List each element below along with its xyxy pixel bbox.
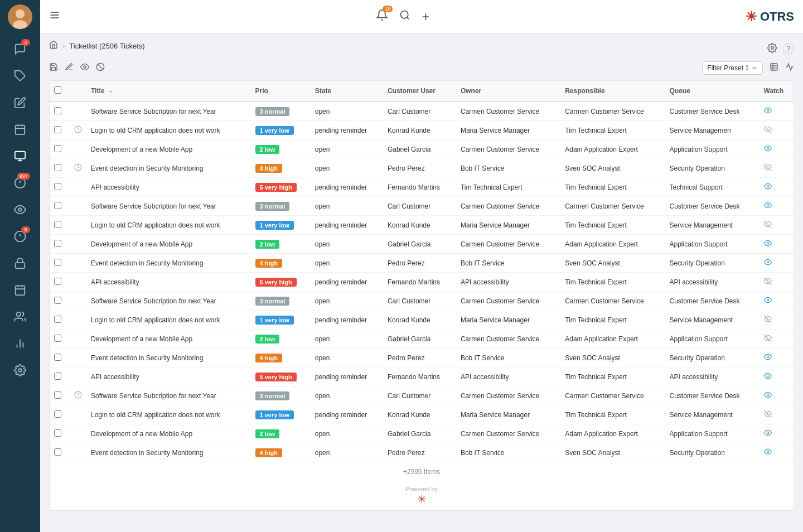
toolbar-view-icon[interactable] bbox=[80, 62, 89, 74]
filter-preset-dropdown[interactable]: Filter Preset 1 bbox=[702, 61, 763, 75]
row-watch[interactable] bbox=[760, 330, 794, 349]
row-checkbox[interactable] bbox=[50, 349, 70, 367]
col-watch[interactable]: Watch bbox=[760, 81, 794, 101]
row-checkbox[interactable] bbox=[50, 330, 70, 349]
row-watch[interactable] bbox=[760, 254, 794, 273]
row-watch[interactable] bbox=[760, 178, 794, 197]
row-checkbox[interactable] bbox=[50, 121, 70, 140]
row-watch[interactable] bbox=[760, 273, 794, 292]
row-title[interactable]: Software Service Subcription for next Ye… bbox=[86, 101, 251, 121]
row-checkbox[interactable] bbox=[50, 140, 70, 159]
hamburger-menu[interactable] bbox=[49, 9, 60, 23]
row-title[interactable]: Login to old CRM application does not wo… bbox=[86, 311, 251, 330]
table-row[interactable]: API accessibility 5 very high pending re… bbox=[50, 178, 794, 197]
row-watch[interactable] bbox=[760, 216, 794, 235]
row-watch[interactable] bbox=[760, 405, 794, 424]
row-title[interactable]: Software Service Subcription for next Ye… bbox=[86, 292, 251, 311]
row-checkbox[interactable] bbox=[50, 197, 70, 216]
table-row[interactable]: Login to old CRM application does not wo… bbox=[50, 405, 794, 424]
table-row[interactable]: Development of a new Mobile App 2 low op… bbox=[50, 424, 794, 443]
sidebar-item-tickets[interactable]: 99+ bbox=[8, 171, 32, 195]
row-checkbox[interactable] bbox=[50, 424, 70, 443]
row-checkbox[interactable] bbox=[50, 235, 70, 254]
row-title[interactable]: Login to old CRM application does not wo… bbox=[86, 405, 251, 424]
col-owner[interactable]: Owner bbox=[456, 81, 560, 101]
row-watch[interactable] bbox=[760, 101, 794, 121]
table-row[interactable]: Login to old CRM application does not wo… bbox=[50, 311, 794, 330]
table-row[interactable]: API accessibility 5 very high pending re… bbox=[50, 273, 794, 292]
row-title[interactable]: API accessibility bbox=[86, 178, 251, 197]
table-row[interactable]: Event detection in Security Monitoring 4… bbox=[50, 159, 794, 178]
sidebar-item-settings[interactable] bbox=[8, 358, 32, 383]
row-checkbox[interactable] bbox=[50, 311, 70, 330]
row-title[interactable]: Login to old CRM application does not wo… bbox=[86, 121, 251, 140]
row-checkbox[interactable] bbox=[50, 101, 70, 121]
select-all-checkbox[interactable] bbox=[54, 86, 61, 94]
sidebar-item-alerts[interactable]: 8 bbox=[8, 224, 32, 249]
col-prio[interactable]: Prio bbox=[251, 81, 311, 101]
row-checkbox[interactable] bbox=[50, 216, 70, 235]
col-queue[interactable]: Queue bbox=[665, 81, 760, 101]
sidebar-item-edit[interactable] bbox=[8, 90, 32, 115]
row-title[interactable]: Event detection in Security Monitoring bbox=[86, 254, 251, 273]
row-title[interactable]: Event detection in Security Monitoring bbox=[86, 349, 251, 367]
sidebar-item-monitor[interactable] bbox=[8, 144, 32, 168]
row-checkbox[interactable] bbox=[50, 254, 70, 273]
row-watch[interactable] bbox=[760, 197, 794, 216]
row-checkbox[interactable] bbox=[50, 292, 70, 311]
row-watch[interactable] bbox=[760, 443, 794, 462]
table-row[interactable]: Software Service Subcription for next Ye… bbox=[50, 101, 794, 121]
row-checkbox[interactable] bbox=[50, 159, 70, 178]
row-title[interactable]: Development of a new Mobile App bbox=[86, 140, 251, 159]
table-row[interactable]: Event detection in Security Monitoring 4… bbox=[50, 443, 794, 462]
row-title[interactable]: Login to old CRM application does not wo… bbox=[86, 216, 251, 235]
row-title[interactable]: Development of a new Mobile App bbox=[86, 424, 251, 443]
row-title[interactable]: Software Service Subcription for next Ye… bbox=[86, 197, 251, 216]
row-checkbox[interactable] bbox=[50, 178, 70, 197]
toolbar-export-icon[interactable] bbox=[770, 62, 778, 74]
home-icon[interactable] bbox=[49, 40, 58, 51]
table-row[interactable]: Login to old CRM application does not wo… bbox=[50, 121, 794, 140]
row-watch[interactable] bbox=[760, 367, 794, 386]
row-title[interactable]: Software Service Subcription for next Ye… bbox=[86, 386, 251, 405]
sidebar-item-calendar[interactable] bbox=[8, 117, 32, 142]
row-watch[interactable] bbox=[760, 349, 794, 367]
toolbar-delete-icon[interactable] bbox=[96, 62, 105, 74]
avatar[interactable] bbox=[8, 4, 32, 29]
row-watch[interactable] bbox=[760, 292, 794, 311]
table-row[interactable]: Event detection in Security Monitoring 4… bbox=[50, 349, 794, 367]
header-search-icon[interactable] bbox=[399, 9, 410, 23]
notification-bell[interactable]: 18 bbox=[376, 9, 388, 24]
table-row[interactable]: API accessibility 5 very high pending re… bbox=[50, 367, 794, 386]
settings-gear-icon[interactable] bbox=[767, 43, 777, 55]
row-watch[interactable] bbox=[760, 235, 794, 254]
row-title[interactable]: API accessibility bbox=[86, 367, 251, 386]
col-responsible[interactable]: Responsible bbox=[560, 81, 665, 101]
col-state[interactable]: State bbox=[311, 81, 383, 101]
table-row[interactable]: Software Service Subcription for next Ye… bbox=[50, 386, 794, 405]
sidebar-item-users[interactable] bbox=[8, 304, 32, 329]
row-title[interactable]: Event detection in Security Monitoring bbox=[86, 159, 251, 178]
row-title[interactable]: Event detection in Security Monitoring bbox=[86, 443, 251, 462]
table-row[interactable]: Event detection in Security Monitoring 4… bbox=[50, 254, 794, 273]
row-watch[interactable] bbox=[760, 424, 794, 443]
table-row[interactable]: Login to old CRM application does not wo… bbox=[50, 216, 794, 235]
table-row[interactable]: Development of a new Mobile App 2 low op… bbox=[50, 235, 794, 254]
table-row[interactable]: Development of a new Mobile App 2 low op… bbox=[50, 330, 794, 349]
sidebar-item-tag[interactable] bbox=[8, 64, 32, 88]
row-checkbox[interactable] bbox=[50, 443, 70, 462]
row-checkbox[interactable] bbox=[50, 273, 70, 292]
sidebar-item-calendar2[interactable] bbox=[8, 278, 32, 302]
header-add-button[interactable]: + bbox=[422, 9, 429, 25]
table-row[interactable]: Software Service Subcription for next Ye… bbox=[50, 197, 794, 216]
row-title[interactable]: Development of a new Mobile App bbox=[86, 235, 251, 254]
table-row[interactable]: Development of a new Mobile App 2 low op… bbox=[50, 140, 794, 159]
row-watch[interactable] bbox=[760, 386, 794, 405]
sidebar-item-eye[interactable] bbox=[8, 197, 32, 222]
sidebar-item-lock[interactable] bbox=[8, 251, 32, 275]
row-title[interactable]: Development of a new Mobile App bbox=[86, 330, 251, 349]
row-watch[interactable] bbox=[760, 140, 794, 159]
row-watch[interactable] bbox=[760, 159, 794, 178]
table-row[interactable]: Software Service Subcription for next Ye… bbox=[50, 292, 794, 311]
toolbar-save-icon[interactable] bbox=[49, 62, 58, 74]
